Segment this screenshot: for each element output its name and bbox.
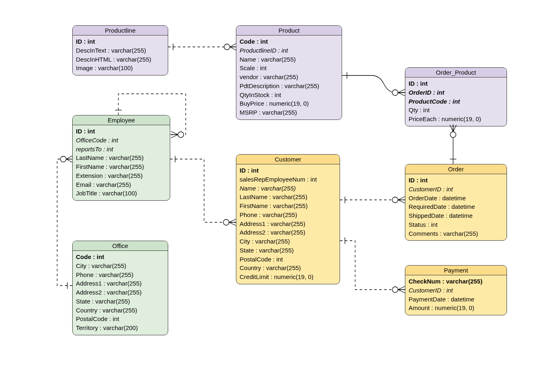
entity-attribute: CheckNum : varchar(255) — [409, 277, 503, 286]
entity-attribute: Phone : varchar(255) — [240, 210, 336, 219]
entity-attribute: CreditLimit : numeric(19, 0) — [240, 272, 336, 281]
entity-order-product[interactable]: Order_ProductID : intOrderID : intProduc… — [405, 67, 507, 126]
rel-office-employee — [57, 156, 72, 289]
entity-attribute: PaymentDate : datetime — [409, 295, 503, 304]
entity-attribute: Qty : int — [409, 106, 503, 115]
entity-attribute: salesRepEmployeeNum : int — [240, 175, 336, 184]
entity-attribute: Comments : varchar(255) — [409, 229, 503, 238]
entity-attribute: Amount : numeric(19, 0) — [409, 303, 503, 312]
entity-attribute: City : varchar(255) — [76, 261, 165, 270]
entity-title: Office — [73, 241, 168, 251]
svg-point-18 — [60, 156, 66, 162]
rel-customer-payment — [340, 237, 405, 293]
entity-attribute: Phone : varchar(255) — [76, 270, 165, 279]
entity-attribute: OfficeCode : int — [76, 136, 167, 145]
entity-attribute: State : varchar(255) — [76, 297, 165, 306]
entity-attribute: Name : varchar(255) — [240, 55, 338, 64]
entity-attribute: LastName : varchar(255) — [76, 153, 167, 162]
entity-attribute: ID : int — [76, 37, 165, 46]
entity-attribute: Image : varchar(100) — [76, 64, 165, 73]
entity-attribute: City : varchar(255) — [240, 237, 336, 246]
entity-customer[interactable]: CustomerID : intsalesRepEmployeeNum : in… — [236, 154, 340, 284]
entity-productline[interactable]: ProductlineID : intDescInText : varchar(… — [72, 25, 168, 75]
entity-attribute: JobTitle : varchar(100) — [76, 189, 167, 198]
rel-customer-order — [340, 197, 405, 203]
entity-attribute: Code : int — [240, 37, 338, 46]
entity-attribute: ID : int — [240, 166, 336, 175]
entity-body: ID : intDescInText : varchar(255)DescInH… — [73, 35, 168, 75]
entity-title: Order — [405, 164, 507, 174]
entity-product[interactable]: ProductCode : intProductlineID : intName… — [236, 25, 342, 120]
entity-attribute: Country : varchar(255) — [240, 264, 336, 272]
entity-title: Order_Product — [405, 68, 507, 78]
svg-point-2 — [224, 44, 230, 50]
entity-attribute: Email : varchar(255) — [76, 180, 167, 189]
entity-attribute: ProductCode : int — [409, 97, 503, 106]
entity-attribute: Name : varchar(255) — [240, 184, 336, 193]
entity-attribute: RequiredDate : datetime — [409, 202, 503, 211]
entity-attribute: DescInText : varchar(255) — [76, 46, 165, 55]
entity-body: ID : intsalesRepEmployeeNum : intName : … — [236, 164, 340, 284]
entity-attribute: ProductlineID : int — [240, 46, 338, 55]
entity-body: ID : intOrderID : intProductCode : intQt… — [405, 78, 507, 126]
entity-attribute: Code : int — [76, 252, 165, 261]
entity-order[interactable]: OrderID : intCustomerID : intOrderDate :… — [405, 164, 507, 241]
entity-attribute: Address2 : varchar(255) — [240, 228, 336, 237]
entity-attribute: Address1 : varchar(255) — [240, 219, 336, 228]
entity-attribute: reportsTo : int — [76, 145, 167, 154]
entity-attribute: CustomerID : int — [409, 286, 503, 295]
rel-productline-product — [168, 44, 236, 50]
entity-attribute: FirstName : varchar(255) — [240, 202, 336, 210]
entity-title: Employee — [73, 115, 170, 125]
entity-attribute: Address2 : varchar(255) — [76, 288, 165, 297]
rel-employee-customer — [170, 156, 236, 226]
entity-title: Product — [236, 26, 342, 35]
rel-order-orderproduct — [450, 124, 456, 164]
entity-attribute: BuyPrice : numeric(19, 0) — [240, 99, 338, 108]
entity-attribute: FirstName : varchar(255) — [76, 162, 167, 171]
entity-attribute: Extension : varchar(255) — [76, 171, 167, 180]
entity-title: Payment — [405, 266, 507, 275]
svg-point-14 — [223, 219, 229, 225]
entity-attribute: QtyInStock : int — [240, 91, 338, 100]
entity-body: Code : intProductlineID : intName : varc… — [236, 35, 342, 120]
entity-attribute: Country : varchar(255) — [76, 306, 165, 315]
entity-body: ID : intCustomerID : intOrderDate : date… — [405, 174, 507, 240]
entity-attribute: PdtDescription : varchar(255) — [240, 82, 338, 91]
entity-attribute: PostalCode : int — [240, 255, 336, 264]
entity-attribute: ID : int — [409, 176, 503, 185]
entity-attribute: OrderDate : datetime — [409, 194, 503, 203]
entity-attribute: Territory : varchar(200) — [76, 323, 165, 332]
entity-attribute: ID : int — [409, 79, 503, 88]
svg-point-4 — [392, 90, 398, 95]
entity-office[interactable]: OfficeCode : intCity : varchar(255)Phone… — [72, 241, 168, 335]
entity-body: CheckNum : varchar(255)CustomerID : intP… — [405, 275, 507, 315]
entity-attribute: Scale : int — [240, 64, 338, 73]
entity-attribute: ShippedDate : datetime — [409, 211, 503, 220]
entity-attribute: PriceEach : numeric(19, 0) — [409, 115, 503, 124]
entity-attribute: PostalCode : int — [76, 314, 165, 323]
entity-title: Productline — [73, 26, 168, 35]
entity-attribute: Address1 : varchar(255) — [76, 279, 165, 288]
entity-body: ID : intOfficeCode : intreportsTo : intL… — [73, 125, 170, 200]
entity-attribute: State : varchar(255) — [240, 246, 336, 255]
entity-attribute: Status : int — [409, 220, 503, 229]
entity-attribute: DescInHTML : varchar(255) — [76, 55, 165, 64]
entity-attribute: ID : int — [76, 127, 167, 136]
svg-point-10 — [392, 197, 398, 203]
entity-attribute: OrderID : int — [409, 88, 503, 97]
entity-body: Code : intCity : varchar(255)Phone : var… — [73, 251, 168, 335]
entity-attribute: LastName : varchar(255) — [240, 193, 336, 202]
entity-employee[interactable]: EmployeeID : intOfficeCode : intreportsT… — [72, 115, 170, 201]
entity-attribute: CustomerID : int — [409, 185, 503, 194]
entity-attribute: MSRP : varchar(255) — [240, 108, 338, 117]
svg-point-16 — [178, 132, 184, 137]
rel-product-orderproduct — [342, 72, 405, 96]
entity-title: Customer — [236, 155, 340, 164]
entity-attribute: vendor : varchar(255) — [240, 73, 338, 82]
entity-payment[interactable]: PaymentCheckNum : varchar(255)CustomerID… — [405, 265, 507, 315]
svg-point-7 — [450, 132, 456, 137]
svg-point-12 — [392, 287, 398, 292]
